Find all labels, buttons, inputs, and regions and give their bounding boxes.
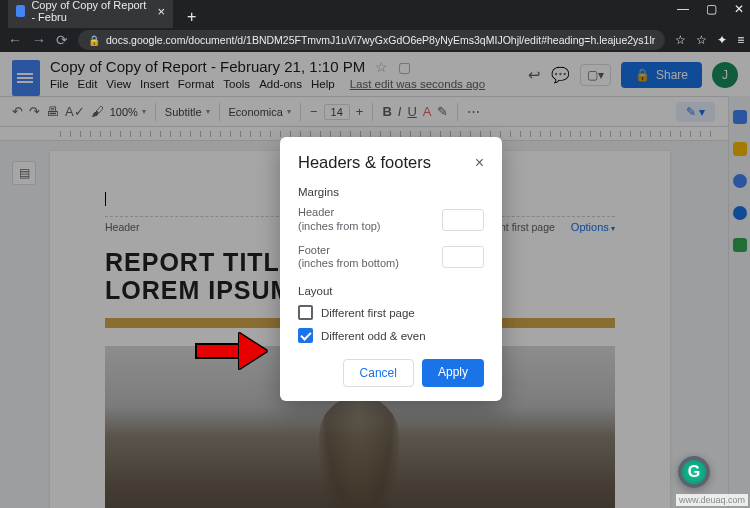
lock-icon: 🔒 <box>88 35 100 46</box>
browser-tab[interactable]: Copy of Copy of Report - Febru × <box>8 0 173 28</box>
extensions-icon[interactable]: ✦ <box>717 33 727 47</box>
forward-icon[interactable]: → <box>32 32 46 48</box>
margins-section-label: Margins <box>298 186 484 198</box>
url-input[interactable]: 🔒 docs.google.com/document/d/1BNDM25FTmv… <box>78 30 665 50</box>
header-field-label: Header <box>298 206 381 220</box>
cancel-button[interactable]: Cancel <box>343 359 414 387</box>
docs-favicon <box>16 5 25 17</box>
diff-odd-even-label: Different odd & even <box>321 330 426 342</box>
header-field-sub: (inches from top) <box>298 220 381 234</box>
browser-chrome: Copy of Copy of Report - Febru × + — ▢ ✕… <box>0 0 750 52</box>
diff-odd-even-checkbox[interactable] <box>298 328 313 343</box>
address-bar: ← → ⟳ 🔒 docs.google.com/document/d/1BNDM… <box>0 28 750 52</box>
window-controls: — ▢ ✕ <box>676 2 746 16</box>
back-icon[interactable]: ← <box>8 32 22 48</box>
dialog-title: Headers & footers <box>298 153 431 172</box>
footer-margin-input[interactable] <box>442 246 484 268</box>
dialog-close-icon[interactable]: × <box>475 154 484 172</box>
layout-section-label: Layout <box>298 285 484 297</box>
footer-field-sub: (inches from bottom) <box>298 257 399 271</box>
url-text: docs.google.com/document/d/1BNDM25FTmvmJ… <box>106 34 655 46</box>
minimize-icon[interactable]: — <box>676 2 690 16</box>
close-icon[interactable]: ✕ <box>732 2 746 16</box>
tab-strip: Copy of Copy of Report - Febru × + — ▢ ✕ <box>0 0 750 28</box>
share-chrome-icon[interactable]: ☆ <box>675 33 686 47</box>
header-margin-input[interactable] <box>442 209 484 231</box>
headers-footers-dialog: Headers & footers × Margins Header (inch… <box>280 137 502 401</box>
diff-first-label: Different first page <box>321 307 415 319</box>
annotation-arrow <box>195 336 275 366</box>
star-icon[interactable]: ☆ <box>696 33 707 47</box>
tab-close-icon[interactable]: × <box>157 4 165 19</box>
apply-button[interactable]: Apply <box>422 359 484 387</box>
maximize-icon[interactable]: ▢ <box>704 2 718 16</box>
reload-icon[interactable]: ⟳ <box>56 32 68 48</box>
grammarly-icon[interactable]: G <box>678 456 710 488</box>
new-tab-button[interactable]: + <box>181 6 202 28</box>
settings-ext-icon[interactable]: ≡ <box>737 33 744 47</box>
footer-field-label: Footer <box>298 244 399 258</box>
watermark: www.deuaq.com <box>676 494 748 506</box>
tab-title: Copy of Copy of Report - Febru <box>31 0 151 23</box>
diff-first-checkbox[interactable] <box>298 305 313 320</box>
